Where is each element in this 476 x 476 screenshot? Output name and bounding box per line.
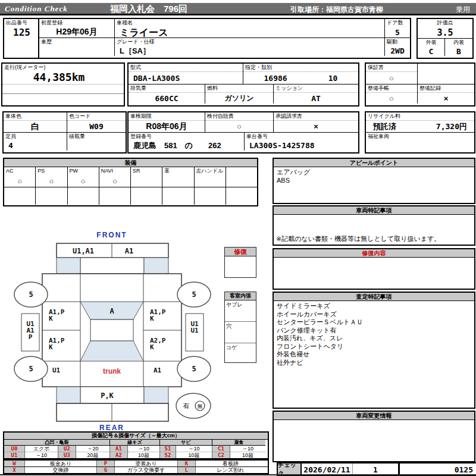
cabin-row-tear: ヤブレ (225, 300, 256, 322)
legend-value: ガラス交換要す (115, 467, 178, 473)
repair-details-content (274, 258, 474, 260)
history-value (39, 46, 114, 56)
equipment-cell-lhd: 左ハンドル (195, 167, 226, 187)
doors-cell: ドア数 5 (385, 19, 410, 37)
repair-details-box: 修復内容 (273, 248, 475, 290)
equipment-label: 左ハンドル (195, 167, 226, 175)
exterior-grade-label: 外装 (418, 39, 444, 46)
legend-value: 10超 (230, 452, 265, 458)
headlight-right (144, 258, 168, 274)
equipment-value: ○ (68, 175, 99, 187)
welfare-cell: 福祉車両 (366, 133, 474, 151)
repair-details-title: 修復内容 (274, 249, 474, 258)
maintenance-record-value: × (418, 93, 474, 104)
class-number-2: 10 (328, 74, 338, 83)
maintenance-record-label: 整備記録 (418, 84, 474, 93)
equipment-cell-leather: 革 (162, 167, 194, 187)
rear-bumper-code: P,K (101, 392, 114, 400)
model-name-value: ミライース (115, 27, 384, 37)
approval-request-label: 承認請求書 (274, 112, 358, 121)
maintenance-book-cell: 整備手帳 ○ (366, 84, 418, 104)
check-count: 1 (353, 464, 398, 475)
model-code-table: 型式 DBA-LA300S 指定・類別 16986 10 排気量 660CC 燃… (127, 62, 359, 107)
body-color-cell: 車体色 白 (4, 112, 67, 132)
legend-code: C1 (212, 446, 230, 452)
equipment-value (131, 175, 162, 187)
inspection-label: 車検期限 (129, 112, 205, 121)
score-value: 3.5 (418, 27, 472, 38)
fuel-cell: 燃料 ガソリン (205, 84, 274, 104)
recycle-amount: 7,320円 (436, 121, 467, 132)
class-number-values: 16986 10 (243, 72, 358, 84)
legend-code: U1 (4, 452, 25, 458)
legend-code: A2 (110, 452, 128, 458)
bottom-rule (0, 474, 476, 475)
appeal-points-title: アピールポイント (274, 159, 474, 167)
equipment-value: ○ (99, 175, 130, 187)
doors-label: ドア数 (385, 19, 410, 27)
inspection-table: 車検期限 R08年06月 検付自賠責 ○ 承認請求書 × 登録番号 鹿児島 58… (127, 111, 359, 154)
equipment-empty-cell (68, 187, 99, 205)
history-cell: 車歴 (39, 38, 115, 56)
vehicle-header-table: 初度登録 H29年06月 車種名 ミライース ドア数 5 車歴 グレード・仕様 … (38, 18, 411, 59)
chassis-number-label: 車台番号 (245, 133, 358, 140)
legend-code: X (4, 467, 25, 473)
insurance-label: 検付自賠責 (205, 112, 273, 121)
legend-group: 腐食 (212, 440, 265, 446)
cabin-row-hole: 穴 (225, 322, 256, 343)
class-number-cell: 指定・類別 16986 10 (243, 64, 358, 84)
check-date: 2026/02/11 (302, 464, 353, 475)
vehicle-notes-box: 車両特記事項 ※記載のない書類・機器等は無しとして取り扱います。 (273, 205, 475, 246)
tire-front-right-depth: 5 (192, 290, 196, 299)
first-registration-cell: 初度登録 H29年06月 (39, 19, 115, 37)
assessment-notes-box: 査定特記事項 サイドミラーキズ ホイールカバーキズ センターピラーＳベルトＡＵ … (273, 292, 475, 409)
assessment-line: 外装色褪せ (277, 350, 471, 359)
transmission-value: AT (274, 93, 358, 104)
taillight-right (144, 387, 168, 403)
assessment-line: サイドミラーキズ (277, 302, 471, 311)
equipment-empty-cell (4, 187, 36, 205)
color-code-cell: 色コード W09 (67, 112, 126, 132)
vehicle-change-info-title: 車両変更情報 (274, 412, 474, 420)
assessment-notes-title: 査定特記事項 (274, 293, 474, 301)
seats-value: 4 (4, 140, 67, 151)
color-code-value: W09 (67, 121, 126, 132)
insurance-value: ○ (205, 121, 273, 132)
equipment-table: 装備 AC○ PS○ PW○ NAVI○ SR 革 左ハンドル (3, 158, 258, 206)
legend-code: W (4, 461, 25, 466)
equipment-cell-pw: PW○ (68, 167, 99, 187)
chassis-number-cell: 車台番号 LA300S-1425788 (245, 133, 358, 151)
equipment-label: SR (131, 167, 162, 175)
equipment-cell-blank (226, 167, 257, 187)
tire-front-left-depth: 5 (29, 290, 33, 299)
legend-value: ～10 (230, 446, 265, 452)
score-box: 評価点 3.5 外装 C 内装 B (416, 18, 474, 59)
equipment-title: 装備 (4, 159, 257, 167)
damage-legend-title: 損傷記号＆損傷サイズ（～最大cm） (4, 433, 268, 440)
roof (90, 320, 133, 341)
legend-code: U2 (58, 446, 76, 452)
rear-bumper-lower (57, 403, 168, 421)
left-quarter-code: U1 (52, 367, 61, 374)
equipment-cell-sr: SR (131, 167, 162, 187)
auction-title: 福岡入札会 796回 (110, 4, 187, 15)
vehicle-category: 乗用 (456, 5, 470, 15)
maintenance-book-label: 整備手帳 (366, 84, 417, 93)
taillight-left (57, 387, 80, 403)
body-color-value: 白 (4, 121, 67, 132)
legend-value: 20超 (76, 452, 110, 458)
rear-window (80, 341, 143, 361)
equipment-value: ○ (4, 175, 35, 187)
transmission-label: ミッション (274, 84, 358, 93)
payload-value (67, 140, 126, 151)
score-cell: 評価点 3.5 (418, 19, 472, 38)
legend-code: G (97, 467, 115, 473)
vehicle-notes-disclaimer: ※記載のない書類・機器等は無しとして取り扱います。 (276, 234, 440, 243)
legend-code: U3 (58, 452, 76, 458)
legend-code: K (178, 461, 196, 466)
legend-code: S1 (160, 446, 176, 452)
pickup-location: 引取場所：福岡県古賀市青柳 (290, 5, 383, 15)
vehicle-notes-title: 車両特記事項 (274, 206, 474, 215)
lot-number-box: 出品番号 125 (3, 18, 40, 59)
spare-yes-label: 有 (183, 402, 190, 409)
